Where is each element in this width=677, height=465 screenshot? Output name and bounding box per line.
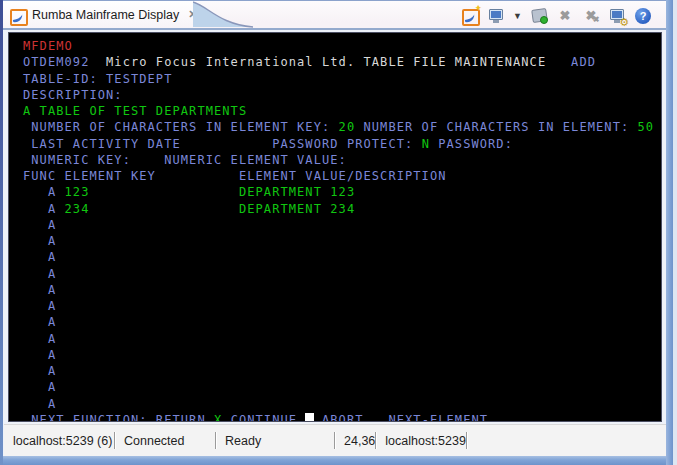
terminal-line: FUNC ELEMENT KEY ELEMENT VALUE/DESCRIPTI…	[23, 168, 661, 184]
connected-dot	[540, 16, 548, 24]
tab-title: Rumba Mainframe Display	[32, 8, 179, 22]
window-right-border	[666, 0, 673, 465]
status-bar: localhost:5239 (6)ConnectedReady24,36loc…	[4, 424, 670, 456]
terminal-line: OTDEM092 Micro Focus International Ltd. …	[23, 54, 661, 70]
terminal-line: A	[23, 233, 661, 249]
terminal-line: LAST ACTIVITY DATE PASSWORD PROTECT: N P…	[23, 136, 661, 152]
help-icon[interactable]: ?	[634, 7, 652, 25]
disconnect-icon[interactable]: ✖	[556, 7, 574, 25]
tab-rumba-mainframe-display[interactable]: Rumba Mainframe Display ✕	[3, 1, 195, 28]
window-bottom-border	[0, 456, 677, 465]
terminal-line: A	[23, 314, 661, 330]
window-right-edge	[673, 0, 677, 465]
gear-glyph: ⚙	[619, 16, 629, 29]
terminal-line: A	[23, 396, 661, 412]
terminal-line: NEXT FUNCTION: RETURN X CONTINUE ABORT N…	[23, 412, 661, 422]
terminal-cursor	[305, 413, 313, 422]
terminal-line: A 123 DEPARTMENT 123	[23, 184, 661, 200]
terminal-line: DESCRIPTION:	[23, 87, 661, 103]
terminal-line: A	[23, 379, 661, 395]
sparkle-glyph: ✦	[474, 3, 482, 13]
terminal-line: A	[23, 249, 661, 265]
terminal-line: MFDEMO	[23, 38, 661, 54]
terminal-line: A	[23, 282, 661, 298]
new-screen-icon[interactable]: ✦	[461, 7, 479, 25]
rumba-app-icon	[9, 7, 26, 23]
connect-icon[interactable]	[530, 7, 548, 25]
disconnect-all-icon[interactable]: ✖ ✖	[582, 7, 600, 25]
session-configuration-icon[interactable]: ⚙	[608, 7, 626, 25]
view-toolbar: ✦ ▼ ✖ ✖ ✖ ⚙ ?	[461, 4, 652, 28]
terminal-line: A	[23, 217, 661, 233]
terminal-line: TABLE-ID: TESTDEPT	[23, 71, 661, 87]
status-divider	[466, 432, 467, 449]
status-segment: 24,36	[335, 425, 375, 456]
terminal-line: A 234 DEPARTMENT 234	[23, 201, 661, 217]
window-left-border	[0, 0, 3, 465]
status-segment: Ready	[216, 425, 334, 456]
terminal-line: A	[23, 266, 661, 282]
tab-swoosh-decoration	[193, 1, 259, 28]
view-tab-strip: Rumba Mainframe Display ✕ ✦ ▼ ✖	[3, 1, 666, 30]
status-segment: localhost:5239 (6)	[4, 425, 114, 456]
terminal-line: A	[23, 347, 661, 363]
display-icon[interactable]	[487, 7, 505, 25]
terminal-line: A TABLE OF TEST DEPARTMENTS	[23, 103, 661, 119]
terminal-line: A	[23, 331, 661, 347]
mainframe-terminal-screen[interactable]: MFDEMOOTDEM092 Micro Focus International…	[8, 32, 662, 422]
display-dropdown-arrow[interactable]: ▼	[513, 7, 522, 25]
terminal-line: A	[23, 298, 661, 314]
terminal-line: NUMBER OF CHARACTERS IN ELEMENT KEY: 20 …	[23, 119, 661, 135]
rumba-mainframe-display-view: Rumba Mainframe Display ✕ ✦ ▼ ✖	[0, 0, 677, 465]
terminal-line: A	[23, 363, 661, 379]
terminal-line: NUMERIC KEY: NUMERIC ELEMENT VALUE:	[23, 152, 661, 168]
status-segment: localhost:5239	[376, 425, 466, 456]
status-segment: Connected	[115, 425, 215, 456]
